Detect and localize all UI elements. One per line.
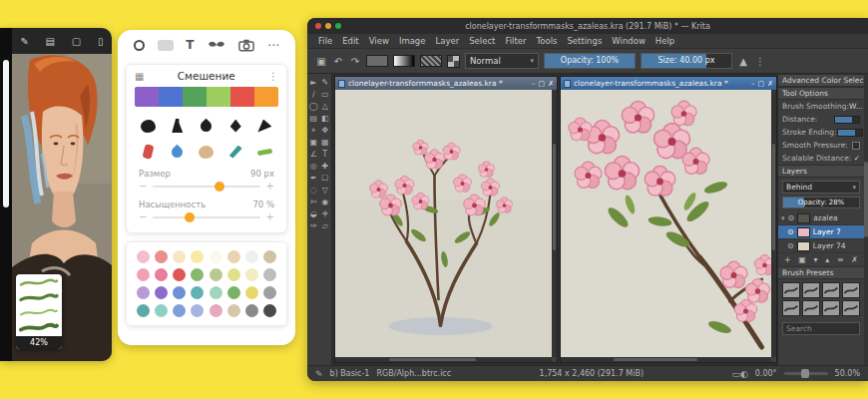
ink-drop-brush-icon[interactable] [193,115,219,137]
checkbox[interactable] [852,142,860,150]
fill-tool-icon[interactable]: ◧ [320,113,331,124]
menu-settings[interactable]: Settings [562,36,607,46]
vertical-scrollbar[interactable] [771,90,776,357]
palette-color-swatch[interactable] [191,304,204,317]
palette-color-swatch[interactable] [137,250,150,263]
palette-color-swatch[interactable] [263,304,276,317]
camera-icon[interactable] [238,39,254,52]
menu-select[interactable]: Select [464,36,500,46]
text-tool-icon[interactable]: T [320,149,331,160]
polygon-tool-icon[interactable]: △ [320,101,331,112]
layer-azalea[interactable]: ▾⊙azalea [778,211,864,225]
palette-color-swatch[interactable] [245,268,258,281]
move-tool-icon[interactable]: ✥ [320,125,331,136]
layers-docker-header[interactable]: Layers [778,165,864,178]
tool-options-docker-header[interactable]: Tool Options [778,87,864,100]
document-window-1[interactable]: clonelayer-transformmasks_azaleas.kra * … [334,76,558,363]
select-freehand-icon[interactable]: ✄ [308,197,319,207]
gradient-color-stop[interactable] [207,87,230,107]
palette-color-swatch[interactable] [137,304,150,317]
tool-option-row[interactable]: Brush Smoothing:W... [778,100,864,113]
water-drop-brush-icon[interactable] [164,141,191,163]
brush-size-slider[interactable]: Size: 40.00 px [641,53,732,69]
mustache-sticker-icon[interactable] [207,41,226,49]
advanced-color-selector-docker-header[interactable]: Advanced Color Selec... [778,74,864,87]
palette-color-swatch[interactable] [210,304,222,317]
tool-option-row[interactable]: Scalable Distance:✓ [778,152,864,165]
size-slider-thumb[interactable] [215,182,224,192]
horizontal-scrollbar[interactable] [335,357,552,362]
brush-preset-2[interactable] [802,282,820,298]
gradient-tool-icon[interactable]: ▤ [308,113,319,124]
selection-mode-icon[interactable]: ▭ [731,369,740,379]
tool-option-row[interactable]: Smooth Pressure: [778,139,864,152]
brush-stroke-preview[interactable] [19,306,59,319]
line-tool-icon[interactable]: ∕ [308,89,319,100]
zoom-level[interactable]: 50.0% [835,369,860,378]
docker-scrollbar[interactable] [864,74,868,365]
current-brush-name[interactable]: b) Basic-1 [330,369,370,378]
menu-help[interactable]: Help [651,36,679,46]
palette-color-swatch[interactable] [245,250,258,263]
canvas-frame-icon[interactable] [158,40,174,51]
minimize-button[interactable]: – [751,80,755,88]
window-control-dot[interactable] [325,23,331,29]
visibility-icon[interactable]: ⊙ [787,241,794,250]
palette-color-swatch[interactable] [263,286,276,299]
close-button[interactable]: ✗ [548,80,554,88]
palette-color-swatch[interactable] [227,286,240,299]
ellipse-tool-icon[interactable]: ◯ [308,101,319,112]
brush-preset-8[interactable] [842,300,860,316]
document-window-2-titlebar[interactable]: clonelayer-transformmasks_azaleas.kra * … [561,77,776,90]
pattern-swatch[interactable] [420,55,442,67]
saturation-slider-thumb[interactable] [185,212,195,222]
select-polygonal-icon[interactable]: ▽ [320,185,331,196]
menu-edit[interactable]: Edit [337,36,363,46]
text-tool-icon[interactable]: T [186,39,194,51]
window-control-dot[interactable] [315,23,321,29]
layer-opacity-slider[interactable]: Opacity: 28% [782,197,860,208]
rectangle-tool-icon[interactable]: ▭ [320,89,331,100]
pen-tool-icon[interactable]: ✎ [20,36,28,47]
tool-option-row[interactable]: Distance: [778,113,864,126]
palette-color-swatch[interactable] [210,250,222,263]
maximize-button[interactable]: ▢ [758,80,765,88]
palette-color-swatch[interactable] [137,286,150,299]
palette-color-swatch[interactable] [173,268,186,281]
select-rectangular-icon[interactable]: ☐ [320,173,331,184]
close-button[interactable]: ✗ [767,80,773,88]
canvas-mode-icon[interactable]: ◐ [740,369,748,379]
palette-color-swatch[interactable] [227,268,240,281]
menu-image[interactable]: Image [394,36,431,46]
ink-bottle-brush-icon[interactable] [164,115,191,137]
menu-window[interactable]: Window [607,36,651,46]
select-contiguous-icon[interactable]: ◉ [320,197,331,207]
layer-blending-mode-select[interactable]: Behind ▾ [782,181,860,194]
menu-view[interactable]: View [364,36,394,46]
ink-blob-brush-icon[interactable] [135,115,162,137]
size-slider-track[interactable] [153,186,259,188]
gradient-swatch[interactable] [393,55,415,67]
freehand-brush-tool-icon[interactable]: ✎ [320,77,331,88]
brush-preset-4[interactable] [842,282,860,298]
maximize-button[interactable]: ▢ [539,80,546,88]
plus-icon[interactable]: + [266,181,274,192]
gradient-color-stop[interactable] [230,87,254,107]
add-layer-button[interactable]: + [784,255,791,264]
horizontal-scrollbar[interactable] [561,357,771,362]
window-control-dot[interactable] [335,23,341,29]
color-profile[interactable]: RGB/Alph...btrc.icc [376,369,451,378]
visibility-icon[interactable]: ⊙ [787,227,794,236]
delete-layer-button[interactable]: ✗ [851,255,858,264]
measure-tool-icon[interactable]: ∠ [308,149,319,160]
checkerboard-icon[interactable] [447,55,460,68]
document-window-1-titlebar[interactable]: clonelayer-transformmasks_azaleas.kra * … [335,77,557,90]
palette-color-swatch[interactable] [227,304,240,317]
saturation-slider-track[interactable] [153,216,259,218]
document-window-2[interactable]: clonelayer-transformmasks_azaleas.kra * … [560,76,777,363]
brush-preset-chooser-icon[interactable]: ▣ [315,56,327,67]
brush-preset-5[interactable] [782,300,800,316]
zoom-slider[interactable] [784,372,828,375]
menu-file[interactable]: File [313,36,337,46]
minimize-button[interactable]: – [532,80,536,88]
